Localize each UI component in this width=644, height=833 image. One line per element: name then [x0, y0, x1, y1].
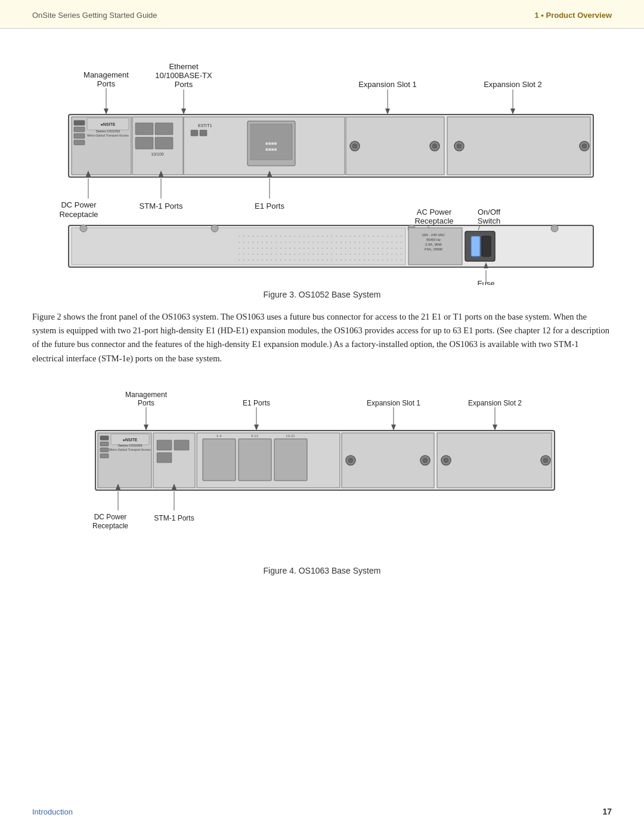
footer-page-number: 17 [602, 807, 612, 816]
svg-marker-14 [510, 109, 515, 114]
svg-text:Metro-Optical Transport Access: Metro-Optical Transport Access [87, 134, 129, 137]
svg-text:• • • • • • • • • • • • • • • : • • • • • • • • • • • • • • • • • • • • … [239, 258, 403, 262]
svg-point-41 [352, 144, 357, 148]
svg-text:Switch: Switch [478, 216, 500, 225]
svg-marker-10 [181, 109, 186, 114]
svg-point-69 [551, 225, 558, 232]
svg-rect-38 [200, 130, 207, 136]
svg-text:• • • • • • • • • • • • • • • : • • • • • • • • • • • • • • • • • • • • … [239, 240, 403, 244]
svg-rect-112 [174, 440, 189, 450]
svg-text:On/Off: On/Off [478, 208, 500, 216]
svg-marker-12 [385, 109, 390, 114]
svg-text:STM-1 Ports: STM-1 Ports [140, 202, 183, 210]
svg-text:Ports: Ports [97, 79, 116, 88]
svg-rect-102 [100, 436, 109, 440]
header-right-text: 1 • Product Overview [534, 11, 612, 20]
svg-rect-76 [471, 236, 480, 256]
svg-point-130 [543, 458, 548, 463]
svg-text:13-21: 13-21 [286, 434, 295, 438]
svg-point-66 [80, 225, 87, 232]
svg-text:EST/T1: EST/T1 [198, 123, 212, 128]
svg-text:• • • • • • • • • • • • • • • : • • • • • • • • • • • • • • • • • • • • … [239, 234, 403, 238]
svg-text:●NSITE: ●NSITE [101, 122, 116, 126]
figure4-svg: Management Ports E1 Ports Expansion Slot… [78, 376, 566, 561]
svg-text:■■■■: ■■■■ [265, 141, 277, 146]
svg-text:Series OS1063: Series OS1063 [118, 444, 143, 447]
figure3-container: Management Ports Ethernet 10/100BASE-TX … [32, 52, 612, 299]
svg-text:■■■■: ■■■■ [265, 147, 277, 152]
svg-text:100 - 245 VAC: 100 - 245 VAC [422, 233, 446, 237]
svg-rect-28 [135, 137, 153, 149]
svg-text:Expansion Slot 2: Expansion Slot 2 [468, 399, 522, 407]
svg-rect-26 [135, 123, 153, 135]
figure4-diagram: Management Ports E1 Ports Expansion Slot… [32, 376, 612, 561]
svg-rect-105 [100, 454, 109, 458]
svg-rect-111 [157, 440, 172, 450]
svg-rect-19 [74, 134, 85, 138]
body-paragraph: Figure 2 shows the front panel of the OS… [32, 310, 612, 366]
figure3-svg: Management Ports Ethernet 10/100BASE-TX … [36, 52, 608, 285]
svg-rect-116 [239, 439, 271, 481]
svg-text:Ethernet: Ethernet [169, 62, 199, 71]
svg-point-67 [211, 225, 218, 232]
svg-rect-103 [100, 442, 109, 446]
svg-text:E1 Ports: E1 Ports [255, 202, 284, 210]
svg-text:10/100BASE-TX: 10/100BASE-TX [155, 71, 212, 80]
svg-text:Expansion Slot 1: Expansion Slot 1 [358, 80, 417, 89]
svg-point-46 [457, 144, 462, 148]
svg-text:Receptacle: Receptacle [414, 216, 453, 225]
svg-marker-97 [391, 425, 396, 431]
svg-text:10/100: 10/100 [151, 152, 164, 156]
svg-marker-99 [493, 425, 497, 431]
figure3-diagram: Management Ports Ethernet 10/100BASE-TX … [32, 52, 612, 285]
svg-text:STM-1 Ports: STM-1 Ports [154, 514, 194, 522]
svg-point-128 [444, 458, 448, 463]
svg-rect-17 [74, 120, 85, 125]
svg-text:Management: Management [83, 70, 129, 79]
svg-text:E1 Ports: E1 Ports [243, 399, 270, 407]
svg-rect-104 [100, 448, 109, 452]
svg-rect-115 [203, 439, 236, 481]
svg-text:Expansion Slot 1: Expansion Slot 1 [367, 399, 420, 407]
svg-point-48 [582, 144, 587, 148]
svg-text:Management: Management [125, 391, 168, 399]
svg-rect-20 [74, 140, 85, 145]
svg-text:Ports: Ports [175, 80, 193, 89]
svg-marker-93 [144, 425, 148, 431]
svg-marker-8 [104, 109, 109, 114]
figure3-caption: Figure 3. OS1052 Base System [32, 290, 612, 299]
svg-rect-77 [482, 236, 491, 256]
svg-rect-44 [447, 117, 590, 175]
svg-text:Metro-Optical Transport Access: Metro-Optical Transport Access [109, 448, 151, 451]
svg-rect-37 [191, 130, 198, 136]
svg-rect-18 [74, 127, 85, 132]
svg-text:Receptacle: Receptacle [92, 522, 128, 530]
svg-point-123 [348, 458, 353, 463]
page-footer: Introduction 17 [32, 807, 612, 816]
svg-text:2.0A, 90W: 2.0A, 90W [425, 243, 442, 246]
svg-text:DC Power: DC Power [94, 513, 127, 521]
svg-rect-29 [155, 137, 173, 149]
svg-text:DC Power: DC Power [61, 200, 97, 209]
svg-text:50/60 Hz: 50/60 Hz [426, 238, 441, 241]
svg-text:Ports: Ports [138, 399, 154, 407]
figure4-container: Management Ports E1 Ports Expansion Slot… [32, 376, 612, 575]
svg-text:●NSITE: ●NSITE [123, 438, 138, 442]
svg-text:• • • • • • • • • • • • • • • : • • • • • • • • • • • • • • • • • • • • … [239, 252, 403, 256]
svg-text:Receptacle: Receptacle [59, 210, 98, 219]
svg-text:Expansion Slot 2: Expansion Slot 2 [484, 80, 542, 89]
svg-rect-113 [157, 453, 172, 463]
svg-rect-126 [437, 433, 552, 488]
footer-section-label: Introduction [32, 807, 73, 816]
figure4-caption: Figure 4. OS1063 Base System [32, 566, 612, 575]
svg-text:Series OS1052: Series OS1052 [96, 129, 120, 133]
svg-text:• • • • • • • • • • • • • • • : • • • • • • • • • • • • • • • • • • • • … [239, 246, 403, 250]
svg-text:5-12: 5-12 [251, 434, 259, 438]
svg-marker-95 [254, 425, 259, 431]
svg-rect-27 [155, 123, 173, 135]
page-header: OnSite Series Getting Started Guide 1 • … [0, 0, 644, 29]
page-content: Management Ports Ethernet 10/100BASE-TX … [0, 29, 644, 610]
svg-rect-117 [274, 439, 307, 481]
svg-rect-39 [346, 117, 444, 175]
svg-text:F5A, 250W: F5A, 250W [425, 247, 442, 251]
